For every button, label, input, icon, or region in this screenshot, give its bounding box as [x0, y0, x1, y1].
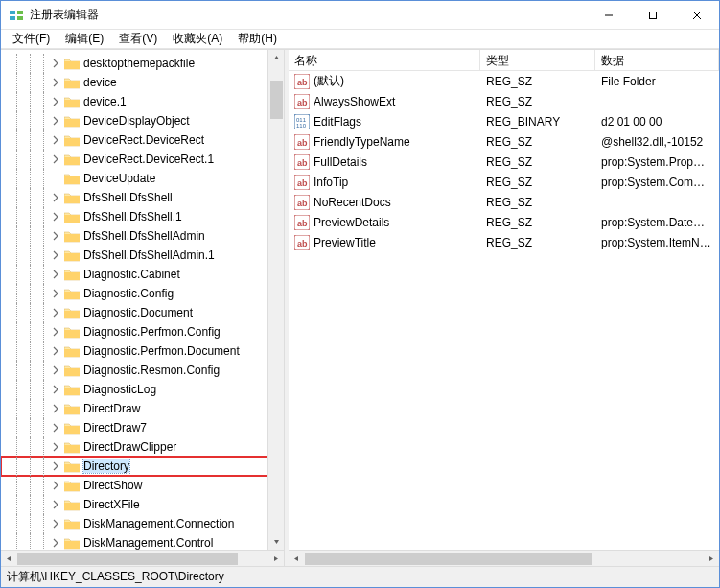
chevron-right-icon[interactable] [51, 481, 60, 490]
chevron-right-icon[interactable] [51, 385, 60, 394]
tree-item[interactable]: DeviceRect.DeviceRect.1 [1, 150, 267, 169]
tree-item[interactable]: DirectDraw7 [1, 418, 267, 437]
statusbar: 计算机\HKEY_CLASSES_ROOT\Directory [1, 566, 719, 587]
tree-vertical-scrollbar[interactable] [267, 50, 284, 550]
menu-help[interactable]: 帮助(H) [230, 29, 285, 49]
menu-favorites[interactable]: 收藏夹(A) [165, 29, 230, 49]
tree-item[interactable]: Diagnostic.Document [1, 303, 267, 322]
tree-item[interactable]: DirectShow [1, 476, 267, 495]
list-body[interactable]: (默认)REG_SZFile FolderAlwaysShowExtREG_SZ… [289, 71, 719, 550]
list-row[interactable]: (默认)REG_SZFile Folder [289, 71, 719, 91]
tree-item[interactable]: DirectDraw [1, 399, 267, 418]
chevron-right-icon[interactable] [51, 97, 60, 106]
list-row[interactable]: PreviewTitleREG_SZprop:System.ItemNam… [289, 232, 719, 252]
tree-item[interactable]: DfsShell.DfsShell [1, 188, 267, 207]
scroll-right-button[interactable] [267, 551, 284, 567]
scroll-track[interactable] [17, 551, 267, 566]
list-row[interactable]: AlwaysShowExtREG_SZ [289, 91, 719, 111]
tree-item[interactable]: DfsShell.DfsShell.1 [1, 207, 267, 226]
list-row[interactable]: FullDetailsREG_SZprop:System.PropGroup… [289, 152, 719, 172]
scroll-down-button[interactable] [268, 533, 284, 550]
chevron-right-icon[interactable] [51, 154, 60, 164]
tree-item[interactable]: DiagnosticLog [1, 380, 267, 399]
list-row[interactable]: FriendlyTypeNameREG_SZ@shell32.dll,-1015… [289, 131, 719, 152]
menu-view[interactable]: 查看(V) [111, 29, 165, 49]
tree-body[interactable]: desktopthemepackfiledevicedevice.1Device… [1, 50, 267, 550]
tree-item[interactable]: Diagnostic.Perfmon.Config [1, 322, 267, 341]
chevron-right-icon[interactable] [51, 538, 60, 548]
chevron-right-icon[interactable] [51, 404, 60, 413]
chevron-right-icon[interactable] [51, 442, 60, 452]
column-header-type[interactable]: 类型 [480, 50, 595, 70]
chevron-right-icon[interactable] [51, 365, 60, 375]
tree-item[interactable]: DfsShell.DfsShellAdmin.1 [1, 246, 267, 265]
folder-icon [64, 95, 80, 108]
chevron-right-icon[interactable] [51, 193, 60, 202]
tree-item[interactable]: Diagnostic.Resmon.Config [1, 361, 267, 380]
list-row[interactable]: PreviewDetailsREG_SZprop:System.DateMod… [289, 212, 719, 232]
menu-edit[interactable]: 编辑(E) [58, 29, 111, 49]
scroll-right-button[interactable] [703, 551, 719, 567]
tree-item[interactable]: DfsShell.DfsShellAdmin [1, 226, 267, 246]
column-header-data[interactable]: 数据 [595, 50, 719, 70]
list-row[interactable]: NoRecentDocsREG_SZ [289, 192, 719, 212]
tree-item[interactable]: device [1, 73, 267, 92]
chevron-right-icon[interactable] [51, 423, 60, 433]
folder-icon [64, 440, 80, 454]
tree-item[interactable]: Diagnostic.Perfmon.Document [1, 341, 267, 361]
maximize-button[interactable] [631, 1, 675, 29]
scroll-left-button[interactable] [289, 551, 305, 567]
string-value-icon [294, 175, 310, 190]
chevron-right-icon[interactable] [51, 289, 60, 298]
tree-item[interactable]: DeviceUpdate [1, 169, 267, 188]
scroll-thumb[interactable] [270, 81, 283, 119]
chevron-right-icon[interactable] [51, 270, 60, 279]
list-row[interactable]: InfoTipREG_SZprop:System.Comment… [289, 172, 719, 192]
minimize-button[interactable] [587, 1, 631, 29]
chevron-right-icon[interactable] [51, 212, 60, 222]
tree-item-label: DfsShell.DfsShellAdmin [83, 229, 205, 243]
scroll-thumb[interactable] [17, 553, 238, 565]
tree-item[interactable]: desktopthemepackfile [1, 54, 267, 73]
menu-file[interactable]: 文件(F) [5, 29, 58, 49]
tree-guide-lines [12, 341, 51, 361]
tree-guide-lines [12, 226, 51, 246]
chevron-right-icon[interactable] [51, 327, 60, 337]
list-horizontal-scrollbar[interactable] [289, 550, 719, 566]
chevron-right-icon[interactable] [51, 231, 60, 241]
tree-guide-lines [12, 322, 51, 341]
scroll-track[interactable] [305, 551, 703, 566]
close-button[interactable] [675, 1, 719, 29]
value-name: EditFlags [314, 115, 361, 129]
tree-item[interactable]: DirectXFile [1, 495, 267, 514]
folder-icon [64, 306, 80, 319]
tree-item[interactable]: Diagnostic.Config [1, 284, 267, 303]
chevron-right-icon[interactable] [51, 500, 60, 509]
chevron-right-icon[interactable] [51, 250, 60, 260]
tree-item[interactable]: DeviceRect.DeviceRect [1, 130, 267, 150]
list-row[interactable]: EditFlagsREG_BINARYd2 01 00 00 [289, 111, 719, 131]
chevron-right-icon[interactable] [51, 59, 60, 68]
scroll-up-button[interactable] [268, 50, 284, 66]
tree-item[interactable]: device.1 [1, 92, 267, 111]
chevron-right-icon[interactable] [51, 461, 60, 471]
chevron-right-icon[interactable] [51, 346, 60, 356]
chevron-right-icon[interactable] [51, 78, 60, 87]
client-area: desktopthemepackfiledevicedevice.1Device… [1, 49, 719, 566]
chevron-right-icon[interactable] [51, 135, 60, 145]
scroll-track[interactable] [268, 66, 284, 533]
tree-item[interactable]: DiskManagement.Connection [1, 514, 267, 533]
tree-item[interactable]: DiskManagement.Control [1, 533, 267, 550]
scroll-thumb[interactable] [305, 553, 592, 565]
tree-item[interactable]: Directory [1, 457, 267, 476]
tree-item[interactable]: Diagnostic.Cabinet [1, 265, 267, 284]
chevron-right-icon[interactable] [51, 519, 60, 529]
string-value-icon [294, 74, 310, 89]
chevron-right-icon[interactable] [51, 308, 60, 318]
column-header-name[interactable]: 名称 [289, 50, 480, 70]
chevron-right-icon[interactable] [51, 116, 60, 126]
tree-horizontal-scrollbar[interactable] [1, 550, 284, 566]
tree-item[interactable]: DirectDrawClipper [1, 437, 267, 457]
tree-item[interactable]: DeviceDisplayObject [1, 111, 267, 130]
scroll-left-button[interactable] [1, 551, 17, 567]
